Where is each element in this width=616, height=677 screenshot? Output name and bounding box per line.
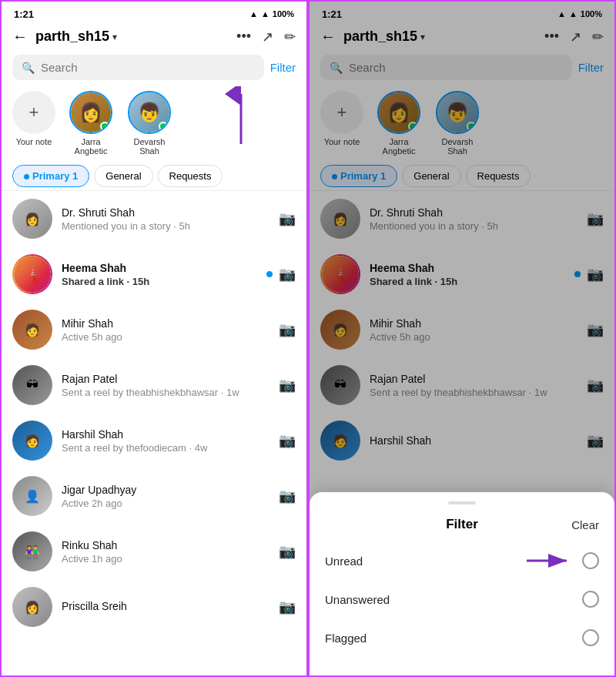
search-input-left[interactable] [41,61,255,74]
online-dot-jarra-left [100,122,109,131]
battery-left: 100% [273,9,294,18]
avatar-emoji-harshil: 🧑 [25,434,40,448]
msg-content-rajan: Rajan Patel Sent a reel by theabhishekbh… [62,373,270,398]
msg-sub-heema: Shared a link · 15h [62,276,257,287]
msg-content-rinku: Rinku Shah Active 1h ago [62,539,270,565]
msg-name-rajan: Rajan Patel [62,373,270,385]
avatar-emoji-jigar: 👤 [25,489,40,504]
msg-content-heema: Heema Shah Shared a link · 15h [62,262,257,287]
story-label-your-note-left: Your note [16,137,52,146]
online-dot-devarsh-left [159,122,168,131]
stories-row-left: + Your note 👩 Jarra Angbetic 👦 Devarsh S… [2,85,306,162]
tab-requests-left[interactable]: Requests [158,165,223,187]
message-item-rajan[interactable]: 🕶 Rajan Patel Sent a reel by theabhishek… [2,357,306,413]
tab-general-left[interactable]: General [94,165,152,187]
msg-content-jigar: Jigar Upadhyay Active 2h ago [62,484,270,509]
left-phone-panel: 1:21 ▲ ▲ 100% ← parth_sh15 ▾ ••• ↗ ✏ 🔍 F… [0,0,308,677]
msg-right-jigar: 📷 [279,488,296,504]
radio-unread[interactable] [582,552,599,569]
radio-unanswered[interactable] [582,591,599,608]
right-phone-panel: 1:21 ▲ ▲ 100% ← parth_sh15 ▾ ••• ↗ ✏ 🔍 F… [308,0,616,677]
camera-icon-harshil[interactable]: 📷 [279,432,296,449]
msg-right-mihir: 📷 [279,321,296,338]
msg-name-dr-shruti: Dr. Shruti Shah [62,206,270,219]
more-options-icon-left[interactable]: ••• [236,28,251,45]
activity-icon-left[interactable]: ↗ [262,28,273,45]
msg-name-rinku: Rinku Shah [62,539,270,551]
msg-right-harshil: 📷 [279,432,296,449]
status-icons-left: ▲ ▲ 100% [249,9,294,18]
avatar-rinku: 👫 [12,531,52,571]
search-bar-left[interactable]: 🔍 [12,55,264,80]
story-devarsh-left[interactable]: 👦 Devarsh Shah [126,91,172,156]
camera-icon-rinku[interactable]: 📷 [279,543,296,560]
compose-icon-left[interactable]: ✏ [284,28,296,45]
username-left[interactable]: parth_sh15 [35,28,109,45]
message-item-jigar[interactable]: 👤 Jigar Upadhyay Active 2h ago 📷 [2,468,306,524]
message-item-mihir[interactable]: 🧑 Mihir Shah Active 5h ago 📷 [2,302,306,357]
camera-icon-mihir[interactable]: 📷 [279,321,296,338]
sheet-handle [448,501,476,504]
avatar-heema: 🗼 [12,254,52,294]
status-bar-left: 1:21 ▲ ▲ 100% [2,2,306,23]
avatar-rajan: 🕶 [12,365,52,405]
msg-content-harshil: Harshil Shah Sent a reel by thefoodiecam… [62,428,270,454]
filter-label-flagged: Flagged [325,632,367,645]
primary-dot-left [24,174,29,179]
msg-sub-dr-shruti: Mentioned you in a story · 5h [62,220,270,232]
avatar-dr-shruti: 👩 [12,199,52,239]
message-list-left: 👩 Dr. Shruti Shah Mentioned you in a sto… [2,191,306,675]
story-label-devarsh-left: Devarsh Shah [126,137,172,156]
camera-icon-priscilla[interactable]: 📷 [279,598,296,615]
signal-icon: ▲ [249,9,258,18]
msg-name-heema: Heema Shah [62,262,257,274]
radio-flagged[interactable] [582,629,599,646]
camera-icon-rajan[interactable]: 📷 [279,377,296,394]
msg-sub-jigar: Active 2h ago [62,498,270,509]
wifi-icon: ▲ [261,9,270,18]
back-button-left[interactable]: ← [12,28,28,45]
avatar-emoji-priscilla: 👩 [25,600,40,615]
message-item-heema[interactable]: 🗼 Heema Shah Shared a link · 15h 📷 [2,246,306,302]
avatar-mihir: 🧑 [12,310,52,350]
story-label-jarra-left: Jarra Angbetic [68,137,114,156]
filter-sheet-title: Filter [446,517,478,532]
filter-option-unanswered[interactable]: Unanswered [310,580,614,618]
camera-icon-dr-shruti[interactable]: 📷 [279,210,296,227]
message-item-priscilla[interactable]: 👩 Priscilla Sreih 📷 [2,579,306,635]
add-note-avatar-left[interactable]: + [12,91,55,134]
msg-right-rinku: 📷 [279,543,296,560]
camera-icon-heema[interactable]: 📷 [279,266,296,283]
dim-overlay-right [310,2,614,521]
tabs-row-left: Primary 1 General Requests [2,162,306,191]
story-jarra-left[interactable]: 👩 Jarra Angbetic [68,91,114,156]
avatar-inner-heema: 🗼 [14,256,51,293]
purple-arrow-annotation-left [222,86,260,148]
filter-button-left[interactable]: Filter [270,61,296,74]
filter-option-unread[interactable]: Unread [310,541,614,580]
msg-name-jigar: Jigar Upadhyay [62,484,270,496]
msg-sub-harshil: Sent a reel by thefoodiecam · 4w [62,442,270,454]
msg-right-rajan: 📷 [279,377,296,394]
sheet-header: Filter Clear [310,517,614,541]
story-your-note-left[interactable]: + Your note [12,91,55,146]
chevron-down-icon-left[interactable]: ▾ [112,32,117,42]
purple-right-arrow-annotation [527,553,573,568]
msg-content-dr-shruti: Dr. Shruti Shah Mentioned you in a story… [62,206,270,232]
msg-name-harshil: Harshil Shah [62,428,270,441]
avatar-emoji-dr-shruti: 👩 [25,212,40,226]
story-avatar-devarsh-left: 👦 [128,91,171,134]
filter-sheet: Filter Clear Unread Unanswered [310,492,614,675]
filter-clear-button[interactable]: Clear [571,518,599,531]
filter-unread-right-group [527,552,599,569]
msg-sub-rajan: Sent a reel by theabhishekbhawsar · 1w [62,387,270,398]
tab-primary-left[interactable]: Primary 1 [12,165,89,187]
msg-right-heema: 📷 [266,266,296,283]
message-item-rinku[interactable]: 👫 Rinku Shah Active 1h ago 📷 [2,524,306,579]
avatar-emoji-mihir: 🧑 [25,323,40,337]
filter-option-flagged[interactable]: Flagged [310,618,614,657]
message-item-dr-shruti[interactable]: 👩 Dr. Shruti Shah Mentioned you in a sto… [2,191,306,246]
top-icons-left: ••• ↗ ✏ [236,28,296,45]
camera-icon-jigar[interactable]: 📷 [279,488,296,504]
message-item-harshil[interactable]: 🧑 Harshil Shah Sent a reel by thefoodiec… [2,413,306,468]
